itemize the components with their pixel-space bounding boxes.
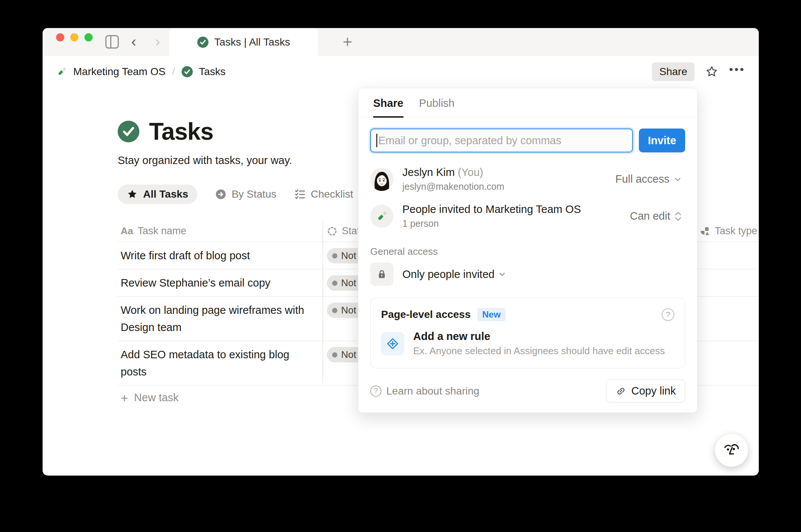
test-tube-icon — [56, 66, 67, 77]
forward-button[interactable]: › — [152, 33, 164, 50]
link-icon — [615, 386, 627, 397]
access-dropdown-full-access[interactable]: Full access — [615, 173, 682, 185]
access-dropdown-can-edit[interactable]: Can edit — [630, 210, 682, 222]
column-divider — [322, 220, 323, 383]
person-name: Jeslyn Kim — [402, 166, 455, 178]
copy-link-button[interactable]: Copy link — [606, 380, 685, 402]
tab-title: Tasks | All Tasks — [214, 36, 290, 48]
add-rule-subtitle: Ex. Anyone selected in Assignees should … — [413, 345, 665, 357]
share-dialog-tabs: Share Publish — [358, 88, 697, 117]
chevron-down-icon — [498, 270, 507, 279]
question-circle-icon: ? — [370, 386, 381, 397]
invite-button[interactable]: Invite — [639, 129, 685, 152]
task-name-cell[interactable]: Review Stephanie’s email copy — [118, 269, 322, 296]
tab-check-icon — [197, 37, 208, 48]
page-check-icon — [182, 66, 193, 77]
status-dot-icon — [332, 308, 337, 313]
favorite-star-icon[interactable] — [705, 65, 718, 78]
column-header-task-type[interactable]: Task type — [699, 225, 757, 237]
notion-face-icon — [722, 441, 741, 460]
tab-tasks[interactable]: Tasks | All Tasks — [169, 28, 318, 56]
star-icon — [127, 189, 138, 200]
new-tab-button[interactable]: + — [338, 33, 357, 52]
invite-email-input[interactable] — [378, 134, 627, 147]
plus-icon: + — [121, 392, 128, 403]
breadcrumb-separator: / — [171, 66, 176, 77]
text-type-icon: Aa — [121, 225, 133, 237]
workspace-avatar — [370, 205, 393, 228]
chevron-up-down-icon — [674, 211, 682, 222]
view-tab-checklist[interactable]: Checklist — [294, 185, 353, 204]
close-window-button[interactable] — [56, 33, 64, 41]
view-tab-label: By Status — [232, 188, 276, 200]
add-rule-title: Add a new rule — [413, 330, 665, 343]
checklist-icon — [294, 189, 306, 200]
column-header-task-name[interactable]: Aa Task name — [118, 225, 322, 237]
new-badge: New — [477, 308, 505, 321]
group-name: People invited to Marketing Team OS — [402, 203, 621, 216]
status-dot-icon — [332, 281, 337, 286]
person-email: jeslyn@makenotion.com — [402, 181, 606, 192]
view-tab-by-status[interactable]: By Status — [215, 185, 276, 204]
window-controls — [56, 33, 93, 41]
learn-about-sharing-link[interactable]: ? Learn about sharing — [370, 385, 479, 397]
add-rule-row[interactable]: Add a new rule Ex. Anyone selected in As… — [381, 330, 674, 357]
app-window: ‹ › Tasks | All Tasks + Marketing Team O… — [43, 28, 759, 476]
tab-bar: ‹ › Tasks | All Tasks + — [43, 28, 759, 56]
topbar: Marketing Team OS / Tasks Share ••• — [43, 56, 759, 87]
view-tab-label: Checklist — [311, 188, 353, 200]
general-access-value: Only people invited — [402, 268, 495, 281]
person-row: Jeslyn Kim (You) jeslyn@makenotion.com F… — [370, 161, 682, 198]
view-tab-label: All Tasks — [143, 188, 188, 200]
group-sub: 1 person — [402, 218, 621, 229]
page-title: Tasks — [149, 118, 213, 145]
page-level-access-title: Page-level access — [381, 309, 471, 321]
breadcrumb-workspace[interactable]: Marketing Team OS — [73, 66, 166, 78]
person-row: People invited to Marketing Team OS 1 pe… — [370, 198, 682, 235]
notion-ai-button[interactable] — [715, 433, 748, 467]
more-options-button[interactable]: ••• — [729, 63, 745, 80]
chevron-down-icon — [673, 175, 682, 184]
minimize-window-button[interactable] — [70, 33, 78, 41]
zoom-window-button[interactable] — [84, 33, 93, 41]
text-caret — [376, 134, 377, 147]
status-spinner-icon — [327, 226, 337, 236]
breadcrumb: Marketing Team OS / Tasks — [56, 66, 226, 78]
diamond-plus-icon — [381, 332, 404, 355]
share-button[interactable]: Share — [652, 62, 695, 81]
task-name-cell[interactable]: Work on landing page wireframes with Des… — [118, 297, 322, 341]
tab-publish[interactable]: Publish — [419, 97, 455, 117]
tab-share[interactable]: Share — [373, 97, 403, 118]
view-tab-all-tasks[interactable]: All Tasks — [118, 185, 197, 204]
sidebar-toggle-icon[interactable] — [105, 35, 119, 49]
lock-icon — [370, 263, 393, 286]
help-icon[interactable]: ? — [662, 308, 674, 321]
task-name-cell[interactable]: Write first draft of blog post — [118, 242, 322, 269]
arrow-circle-icon — [215, 189, 226, 200]
general-access-label: General access — [358, 235, 697, 257]
task-name-cell[interactable]: Add SEO metadata to existing blog posts — [118, 341, 322, 385]
breadcrumb-page[interactable]: Tasks — [199, 66, 226, 78]
avatar — [370, 168, 393, 191]
person-suffix: (You) — [458, 166, 483, 178]
status-dot-icon — [332, 352, 337, 358]
shapes-icon — [699, 226, 710, 237]
back-button[interactable]: ‹ — [128, 33, 140, 50]
status-dot-icon — [332, 253, 337, 259]
general-access-row[interactable]: Only people invited — [358, 257, 697, 286]
page-level-access-box: Page-level access New ? Add a new rule E… — [370, 298, 685, 368]
page-icon[interactable] — [118, 121, 139, 142]
share-dialog: Share Publish Invite Jeslyn Kim (You) je… — [358, 88, 698, 413]
invite-email-input-wrapper — [370, 129, 633, 152]
